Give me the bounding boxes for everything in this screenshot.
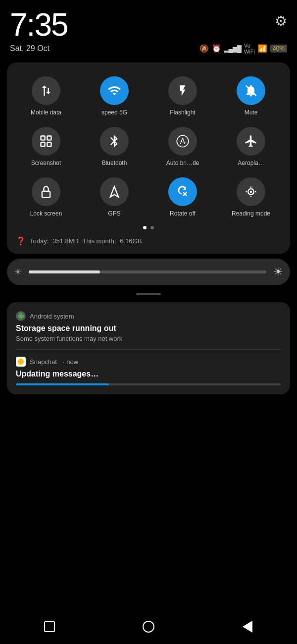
month-value: 6.16GB xyxy=(120,237,142,245)
svg-text:A: A xyxy=(180,137,186,146)
tile-airplane[interactable]: Aeropla… xyxy=(218,122,284,170)
vowifi-label: VoWiFi xyxy=(244,43,255,54)
bluetooth-label: Bluetooth xyxy=(102,160,127,166)
brightness-low-icon: ☀ xyxy=(14,267,22,277)
snapchat-time: · now xyxy=(63,358,78,366)
tile-speed-5g[interactable]: speed 5G xyxy=(81,71,148,120)
tile-rotate-off[interactable]: Rotate off xyxy=(149,172,216,221)
speed-5g-label: speed 5G xyxy=(101,109,127,116)
dot-1 xyxy=(143,226,147,229)
snapchat-title: Updating messages… xyxy=(16,370,281,378)
back-icon xyxy=(243,621,252,633)
brightness-track xyxy=(29,270,266,273)
mute-icon: 🔕 xyxy=(199,44,209,53)
status-icons: 🔕 ⏰ ▂▄▆█ VoWiFi 📶 40% xyxy=(199,43,287,54)
drag-bar xyxy=(136,293,161,295)
tile-mobile-data[interactable]: Mobile data xyxy=(13,71,79,120)
settings-icon[interactable]: ⚙ xyxy=(275,13,287,29)
tile-mute[interactable]: Mute xyxy=(218,71,284,120)
data-usage-row: ❓ Today: 351.8MB This month: 6.16GB xyxy=(13,234,284,247)
notification-card[interactable]: Android system Storage space running out… xyxy=(7,302,290,394)
home-icon xyxy=(143,621,154,633)
reading-mode-label: Reading mode xyxy=(232,210,270,217)
tile-bluetooth[interactable]: Bluetooth xyxy=(81,122,148,170)
lock-screen-icon xyxy=(32,177,60,206)
auto-brightness-label: Auto bri…de xyxy=(166,160,199,166)
snapchat-icon xyxy=(16,357,26,367)
today-value: 351.8MB xyxy=(52,237,78,245)
auto-brightness-icon: A xyxy=(168,127,197,156)
svg-rect-7 xyxy=(42,191,50,198)
tile-flashlight[interactable]: Flashlight xyxy=(149,71,216,120)
notif-divider xyxy=(16,349,281,350)
navigation-bar xyxy=(0,609,297,644)
screenshot-icon xyxy=(32,127,60,156)
month-label: This month: xyxy=(82,237,116,245)
svg-rect-4 xyxy=(47,142,51,146)
rotate-off-icon xyxy=(168,177,197,206)
flashlight-label: Flashlight xyxy=(170,109,195,116)
svg-rect-1 xyxy=(41,136,45,140)
svg-rect-2 xyxy=(47,136,51,140)
recents-button[interactable] xyxy=(42,619,57,635)
tile-lock-screen[interactable]: Lock screen xyxy=(13,172,79,221)
bluetooth-icon xyxy=(100,127,129,156)
quick-settings-panel: Mobile data speed 5G Flashlight xyxy=(7,62,290,254)
rotate-off-label: Rotate off xyxy=(170,210,196,217)
snapchat-progress-track xyxy=(16,383,281,385)
page-dots xyxy=(13,226,284,229)
svg-rect-3 xyxy=(41,142,45,146)
airplane-label: Aeropla… xyxy=(238,160,264,166)
signal-icon: ▂▄▆█ xyxy=(224,45,241,53)
snapchat-name: Snapchat xyxy=(30,358,57,366)
date-text: Sat, 29 Oct xyxy=(10,44,50,53)
today-label: Today: xyxy=(30,237,49,245)
lock-screen-label: Lock screen xyxy=(30,210,62,217)
brightness-fill xyxy=(29,270,100,273)
tile-reading-mode[interactable]: Reading mode xyxy=(218,172,284,221)
flashlight-icon xyxy=(168,76,197,105)
date-status-row: Sat, 29 Oct 🔕 ⏰ ▂▄▆█ VoWiFi 📶 40% xyxy=(0,43,297,60)
drag-handle xyxy=(0,289,297,299)
android-system-header: Android system xyxy=(16,311,281,321)
wifi-icon xyxy=(100,76,129,105)
clock: 7:35 xyxy=(10,9,68,41)
android-system-name: Android system xyxy=(30,313,74,320)
dot-2 xyxy=(150,226,154,229)
mute-label: Mute xyxy=(245,109,258,116)
snapchat-progress-fill xyxy=(16,383,109,385)
wifi-status-icon: 📶 xyxy=(258,44,267,53)
android-system-title: Storage space running out xyxy=(16,324,281,333)
quick-settings-grid: Mobile data speed 5G Flashlight xyxy=(13,71,284,221)
tile-gps[interactable]: GPS xyxy=(81,172,148,221)
android-system-subtitle: Some system functions may not work xyxy=(16,335,281,342)
android-system-icon xyxy=(16,311,26,321)
mobile-data-label: Mobile data xyxy=(31,109,61,116)
screenshot-label: Screenshot xyxy=(31,160,61,166)
svg-point-13 xyxy=(250,191,252,193)
reading-mode-icon xyxy=(237,177,265,206)
battery-icon: 40% xyxy=(270,45,287,53)
brightness-slider[interactable]: ☀ ☀ xyxy=(7,259,290,285)
mobile-data-icon xyxy=(32,76,60,105)
alarm-icon: ⏰ xyxy=(212,44,221,53)
recents-icon xyxy=(44,621,55,632)
status-bar: 7:35 ⚙ xyxy=(0,0,297,43)
airplane-icon xyxy=(237,127,265,156)
gps-label: GPS xyxy=(108,210,120,217)
home-button[interactable] xyxy=(141,619,156,635)
snapchat-header: Snapchat · now xyxy=(16,357,281,367)
brightness-high-icon: ☀ xyxy=(273,266,283,278)
tile-screenshot[interactable]: Screenshot xyxy=(13,122,79,170)
data-usage-icon: ❓ xyxy=(16,236,26,246)
svg-marker-8 xyxy=(110,187,118,197)
back-button[interactable] xyxy=(240,619,255,635)
tile-auto-brightness[interactable]: A Auto bri…de xyxy=(149,122,216,170)
mute-qs-icon xyxy=(237,76,265,105)
gps-icon xyxy=(100,177,129,206)
